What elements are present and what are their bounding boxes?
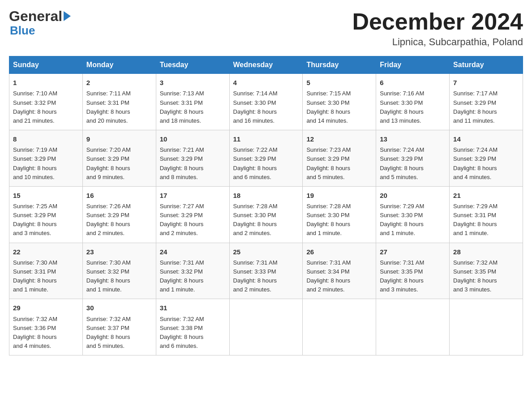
table-row: 15 Sunrise: 7:25 AMSunset: 3:29 PMDaylig… [9,186,83,243]
day-info: Sunrise: 7:29 AMSunset: 3:30 PMDaylight:… [380,203,424,236]
col-wednesday: Wednesday [229,56,303,74]
table-row: 8 Sunrise: 7:19 AMSunset: 3:29 PMDayligh… [9,130,83,187]
table-row [303,299,376,355]
day-number: 13 [380,134,446,144]
day-info: Sunrise: 7:32 AMSunset: 3:37 PMDaylight:… [86,316,131,349]
day-info: Sunrise: 7:10 AMSunset: 3:32 PMDaylight:… [13,90,57,124]
day-number: 20 [380,190,446,201]
day-number: 16 [86,190,152,201]
day-info: Sunrise: 7:19 AMSunset: 3:29 PMDaylight:… [13,146,57,180]
day-info: Sunrise: 7:24 AMSunset: 3:29 PMDaylight:… [380,146,424,180]
day-info: Sunrise: 7:31 AMSunset: 3:32 PMDaylight:… [160,259,204,293]
day-info: Sunrise: 7:15 AMSunset: 3:30 PMDaylight:… [306,90,351,124]
table-row: 11 Sunrise: 7:22 AMSunset: 3:29 PMDaylig… [229,130,303,187]
day-info: Sunrise: 7:20 AMSunset: 3:29 PMDaylight:… [86,146,131,180]
logo: General Blue [9,9,71,38]
day-number: 5 [306,77,372,88]
table-row: 9 Sunrise: 7:20 AMSunset: 3:29 PMDayligh… [82,130,156,187]
calendar-week-row: 1 Sunrise: 7:10 AMSunset: 3:32 PMDayligh… [9,74,523,130]
table-row: 22 Sunrise: 7:30 AMSunset: 3:31 PMDaylig… [9,243,83,299]
calendar-table: Sunday Monday Tuesday Wednesday Thursday… [9,56,523,355]
day-number: 1 [13,77,79,88]
table-row: 19 Sunrise: 7:28 AMSunset: 3:30 PMDaylig… [303,186,376,243]
day-number: 23 [86,247,152,257]
table-row: 7 Sunrise: 7:17 AMSunset: 3:29 PMDayligh… [450,74,523,130]
day-number: 18 [233,190,299,201]
calendar-week-row: 15 Sunrise: 7:25 AMSunset: 3:29 PMDaylig… [9,186,523,243]
day-info: Sunrise: 7:14 AMSunset: 3:30 PMDaylight:… [233,90,278,124]
table-row: 18 Sunrise: 7:28 AMSunset: 3:30 PMDaylig… [229,186,303,243]
table-row: 5 Sunrise: 7:15 AMSunset: 3:30 PMDayligh… [303,74,376,130]
table-row: 14 Sunrise: 7:24 AMSunset: 3:29 PMDaylig… [450,130,523,187]
table-row: 26 Sunrise: 7:31 AMSunset: 3:34 PMDaylig… [303,243,376,299]
col-tuesday: Tuesday [156,56,229,74]
table-row: 13 Sunrise: 7:24 AMSunset: 3:29 PMDaylig… [376,130,450,187]
day-info: Sunrise: 7:25 AMSunset: 3:29 PMDaylight:… [13,203,57,236]
table-row [450,299,523,355]
col-friday: Friday [376,56,450,74]
day-number: 30 [86,303,152,313]
table-row: 24 Sunrise: 7:31 AMSunset: 3:32 PMDaylig… [156,243,229,299]
col-saturday: Saturday [450,56,523,74]
table-row: 12 Sunrise: 7:23 AMSunset: 3:29 PMDaylig… [303,130,376,187]
logo-general: General [9,9,62,23]
day-number: 24 [160,247,226,257]
table-row [229,299,303,355]
day-info: Sunrise: 7:24 AMSunset: 3:29 PMDaylight:… [453,146,498,180]
title-block: December 2024 Lipnica, Subcarpathia, Pol… [352,9,523,48]
day-info: Sunrise: 7:31 AMSunset: 3:35 PMDaylight:… [380,259,424,293]
calendar-header-row: Sunday Monday Tuesday Wednesday Thursday… [9,56,523,74]
table-row: 27 Sunrise: 7:31 AMSunset: 3:35 PMDaylig… [376,243,450,299]
day-number: 14 [453,134,519,144]
day-number: 10 [160,134,226,144]
day-number: 15 [13,190,79,201]
table-row: 28 Sunrise: 7:32 AMSunset: 3:35 PMDaylig… [450,243,523,299]
day-number: 11 [233,134,299,144]
table-row: 16 Sunrise: 7:26 AMSunset: 3:29 PMDaylig… [82,186,156,243]
day-number: 21 [453,190,519,201]
day-info: Sunrise: 7:27 AMSunset: 3:29 PMDaylight:… [160,203,204,236]
table-row: 21 Sunrise: 7:29 AMSunset: 3:31 PMDaylig… [450,186,523,243]
table-row: 29 Sunrise: 7:32 AMSunset: 3:36 PMDaylig… [9,299,83,355]
table-row: 2 Sunrise: 7:11 AMSunset: 3:31 PMDayligh… [82,74,156,130]
day-info: Sunrise: 7:28 AMSunset: 3:30 PMDaylight:… [233,203,278,236]
table-row: 20 Sunrise: 7:29 AMSunset: 3:30 PMDaylig… [376,186,450,243]
day-number: 2 [86,77,152,88]
day-info: Sunrise: 7:26 AMSunset: 3:29 PMDaylight:… [86,203,131,236]
col-sunday: Sunday [9,56,83,74]
logo-blue: Blue [10,24,35,38]
day-number: 7 [453,77,519,88]
page-subtitle: Lipnica, Subcarpathia, Poland [352,36,523,48]
day-number: 28 [453,247,519,257]
day-number: 19 [306,190,372,201]
day-info: Sunrise: 7:11 AMSunset: 3:31 PMDaylight:… [86,90,131,124]
day-info: Sunrise: 7:30 AMSunset: 3:32 PMDaylight:… [86,259,131,293]
day-number: 3 [160,77,226,88]
day-number: 8 [13,134,79,144]
day-number: 4 [233,77,299,88]
day-info: Sunrise: 7:22 AMSunset: 3:29 PMDaylight:… [233,146,278,180]
table-row: 10 Sunrise: 7:21 AMSunset: 3:29 PMDaylig… [156,130,229,187]
table-row: 6 Sunrise: 7:16 AMSunset: 3:30 PMDayligh… [376,74,450,130]
calendar-week-row: 8 Sunrise: 7:19 AMSunset: 3:29 PMDayligh… [9,130,523,187]
table-row: 31 Sunrise: 7:32 AMSunset: 3:38 PMDaylig… [156,299,229,355]
day-info: Sunrise: 7:28 AMSunset: 3:30 PMDaylight:… [306,203,351,236]
table-row: 17 Sunrise: 7:27 AMSunset: 3:29 PMDaylig… [156,186,229,243]
day-info: Sunrise: 7:32 AMSunset: 3:36 PMDaylight:… [13,316,57,349]
day-info: Sunrise: 7:32 AMSunset: 3:38 PMDaylight:… [160,316,204,349]
day-info: Sunrise: 7:31 AMSunset: 3:34 PMDaylight:… [306,259,351,293]
day-info: Sunrise: 7:31 AMSunset: 3:33 PMDaylight:… [233,259,278,293]
day-number: 29 [13,303,79,313]
table-row: 4 Sunrise: 7:14 AMSunset: 3:30 PMDayligh… [229,74,303,130]
day-info: Sunrise: 7:17 AMSunset: 3:29 PMDaylight:… [453,90,498,124]
table-row: 25 Sunrise: 7:31 AMSunset: 3:33 PMDaylig… [229,243,303,299]
page-header: General Blue December 2024 Lipnica, Subc… [9,9,523,48]
col-thursday: Thursday [303,56,376,74]
calendar-week-row: 22 Sunrise: 7:30 AMSunset: 3:31 PMDaylig… [9,243,523,299]
day-info: Sunrise: 7:21 AMSunset: 3:29 PMDaylight:… [160,146,204,180]
day-number: 27 [380,247,446,257]
day-info: Sunrise: 7:23 AMSunset: 3:29 PMDaylight:… [306,146,351,180]
day-info: Sunrise: 7:13 AMSunset: 3:31 PMDaylight:… [160,90,204,124]
day-info: Sunrise: 7:29 AMSunset: 3:31 PMDaylight:… [453,203,498,236]
table-row [376,299,450,355]
